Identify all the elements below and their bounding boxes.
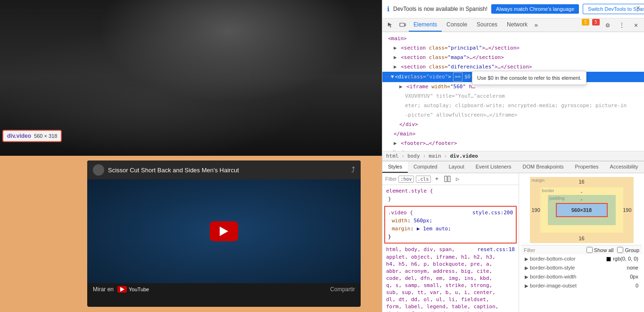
- more-options-button[interactable]: ⋮: [616, 19, 628, 31]
- video-width-prop: width: 560px;: [388, 217, 513, 225]
- reset-selector: html, body, div, span,: [386, 246, 455, 253]
- tab-sources[interactable]: Sources: [472, 18, 502, 32]
- box-model-diagram: margin 16 190 16 190 border - padding: [530, 177, 634, 243]
- dom-line-main[interactable]: <main>: [382, 34, 644, 43]
- dom-line-section-diferenciales[interactable]: ▶ <section class="diferenciales">…</sect…: [382, 62, 644, 72]
- arrow-icon[interactable]: ▶: [394, 45, 397, 51]
- play-button[interactable]: [210, 221, 238, 241]
- prop-row-border-image-outset: ▶ border-image-outset 0: [521, 281, 642, 290]
- devtools-panel: ℹ DevTools is now available in Spanish! …: [382, 0, 644, 312]
- tab-network[interactable]: Network: [502, 18, 532, 32]
- svg-rect-3: [448, 176, 450, 182]
- arrow-icon[interactable]: ▶: [394, 64, 397, 70]
- share-icon[interactable]: ⤴: [351, 166, 355, 174]
- cursor-icon: [387, 22, 394, 28]
- show-all-label: Show all: [594, 247, 614, 253]
- device-toggle-button[interactable]: [396, 19, 409, 31]
- add-style-button[interactable]: +: [433, 175, 441, 183]
- breadcrumb-bar: html › body › main › div.video: [382, 151, 644, 161]
- tab-accessibility[interactable]: Accessibility: [604, 161, 644, 173]
- prop-name-border-bottom-style: border-bottom-style: [530, 264, 627, 272]
- video-rule-file[interactable]: style.css:200: [472, 209, 513, 217]
- compartir-button[interactable]: Compartir: [330, 286, 355, 293]
- content-box[interactable]: 560×318: [556, 203, 608, 217]
- dom-line-main-close[interactable]: </main>: [382, 129, 644, 139]
- reset-selector-2: applet, object, iframe, h1, h2, h3,: [386, 253, 515, 261]
- prop-expand-arrow[interactable]: ▶: [525, 264, 528, 272]
- tab-event-listeners[interactable]: Event Listeners: [470, 161, 517, 173]
- dom-line-section-mapa[interactable]: ▶ <section class="mapa">…</section>: [382, 53, 644, 62]
- show-all-checkbox[interactable]: [586, 247, 593, 253]
- tab-styles[interactable]: Styles: [382, 161, 408, 173]
- reset-selector-9: form, label, legend, table, caption,: [386, 303, 515, 310]
- hov-pseudo-button[interactable]: :hov: [398, 176, 413, 183]
- border-top-value[interactable]: -: [581, 189, 583, 194]
- color-swatch[interactable]: [606, 257, 611, 261]
- settings-button[interactable]: ⚙: [602, 19, 614, 31]
- show-all-checkbox-label[interactable]: Show all: [586, 247, 614, 253]
- tab-computed[interactable]: Computed: [408, 161, 443, 173]
- element-style-selector: element.style {: [386, 187, 515, 195]
- dom-line-div-close[interactable]: </div>: [382, 120, 644, 129]
- prop-expand-arrow[interactable]: ▶: [525, 255, 528, 263]
- breadcrumb-div-video[interactable]: div.video: [450, 153, 478, 159]
- more-styles-button[interactable]: ▷: [454, 175, 462, 183]
- youtube-icon: [117, 286, 127, 293]
- dom-tree-area: <main> ▶ <section class="principal">…</s…: [382, 32, 644, 151]
- youtube-label: YouTube: [129, 287, 149, 292]
- reset-selector-3: h4, h5, h6, p, blockquote, pre, a,: [386, 261, 515, 268]
- element-size-label: 560 × 318: [34, 133, 57, 139]
- element-tooltip: div.video 560 × 318: [2, 130, 62, 142]
- close-devtools-button[interactable]: ×: [630, 19, 642, 31]
- dom-tree: <main> ▶ <section class="principal">…</s…: [382, 32, 644, 151]
- svg-rect-2: [445, 176, 447, 182]
- prop-value-border-bottom-width: 0px: [630, 273, 638, 281]
- element-class-label: div.video: [7, 133, 31, 139]
- video-thumbnail[interactable]: [87, 179, 361, 283]
- cls-button[interactable]: .cls: [416, 176, 431, 183]
- tab-properties[interactable]: Properties: [569, 161, 604, 173]
- warning-badge: 5: [582, 19, 589, 25]
- margin-bottom-value[interactable]: 16: [578, 236, 584, 241]
- arrow-icon[interactable]: ▶: [399, 84, 403, 90]
- arrow-icon[interactable]: ▶: [394, 140, 397, 146]
- breadcrumb-main[interactable]: main: [429, 153, 441, 159]
- margin-top-value[interactable]: 16: [578, 179, 584, 185]
- tab-elements[interactable]: Elements: [409, 18, 442, 32]
- tab-dom-breakpoints[interactable]: DOM Breakpoints: [517, 161, 570, 173]
- arrow-icon[interactable]: ▶: [394, 54, 397, 60]
- tab-console[interactable]: Console: [442, 18, 472, 32]
- group-checkbox-label[interactable]: Group: [617, 247, 639, 253]
- dom-line-body-close[interactable]: </body>: [382, 148, 644, 151]
- switch-devtools-button[interactable]: Switch DevTools to Spanish: [583, 4, 644, 14]
- breadcrumb-html[interactable]: html: [386, 153, 399, 159]
- prop-expand-arrow[interactable]: ▶: [525, 282, 528, 290]
- channel-icon: [93, 164, 104, 176]
- toggle-style-button[interactable]: [443, 175, 452, 183]
- margin-right-value[interactable]: 190: [623, 207, 631, 213]
- prop-row-border-bottom-color: ▶ border-bottom-color rgb(0, 0, 0): [521, 254, 642, 263]
- dollar-zero-label: $0: [464, 73, 471, 81]
- tab-layout[interactable]: Layout: [443, 161, 470, 173]
- notification-close-button[interactable]: ×: [636, 4, 640, 11]
- match-language-button[interactable]: Always match Chrome's language: [491, 4, 579, 14]
- padding-top-value[interactable]: -: [581, 196, 583, 202]
- inspect-element-button[interactable]: [384, 19, 396, 31]
- video-title: Scissor Cut Short Back and Sides Men's H…: [108, 167, 239, 174]
- prop-expand-arrow[interactable]: ▶: [525, 273, 528, 281]
- group-checkbox[interactable]: [617, 247, 623, 253]
- dom-line-footer[interactable]: ▶ <footer>…</footer>: [382, 139, 644, 148]
- filter-label: Filter: [385, 176, 396, 182]
- element-style-rule: element.style { }: [382, 185, 519, 205]
- breadcrumb-body[interactable]: body: [407, 153, 420, 159]
- element-style-close: }: [386, 195, 515, 203]
- reset-css-file[interactable]: reset.css:18: [478, 246, 515, 253]
- play-triangle-icon: [220, 227, 228, 236]
- tabs-overflow-button[interactable]: »: [532, 21, 540, 29]
- webpage-area: div.video 560 × 318 Scissor Cut Short Ba…: [0, 0, 382, 312]
- prop-name-border-bottom-color: border-bottom-color: [530, 255, 606, 263]
- dom-line-section-principal[interactable]: ▶ <section class="principal">…</section>: [382, 43, 644, 53]
- margin-left-value[interactable]: 190: [532, 207, 540, 213]
- toolbar-settings-area: 5 5 ⚙ ⋮ ×: [581, 19, 642, 31]
- video-selector: .video {: [388, 209, 413, 217]
